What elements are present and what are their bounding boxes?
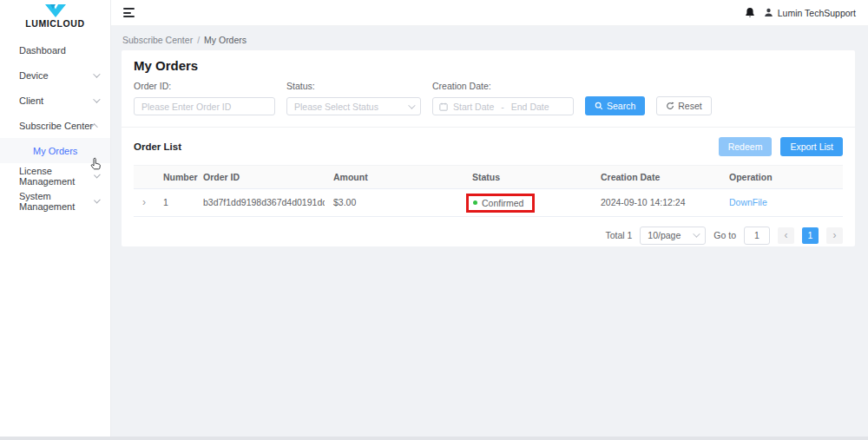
redeem-button[interactable]: Redeem [719,137,773,156]
column-status: Status [464,166,592,189]
page-size-value: 10/page [648,230,681,240]
downfile-link[interactable]: DownFile [729,197,767,207]
sidebar-item-system-management[interactable]: System Management [0,188,110,213]
order-list-title: Order List [134,141,181,152]
export-list-button[interactable]: Export List [780,137,843,156]
column-amount: Amount [325,166,464,189]
cell-status: Confirmed [464,189,592,217]
page-size-select[interactable]: 10/page [640,227,706,245]
reset-button-label: Reset [678,101,701,111]
start-date-placeholder: Start Date [453,102,494,112]
breadcrumb-current: My Orders [204,35,247,45]
order-id-label: Order ID: [134,81,275,91]
search-icon [595,102,603,110]
user-name: Lumin TechSupport [778,8,856,18]
cell-amount: $3.00 [325,189,464,217]
app-window: LUMICLOUD Dashboard Device Client Subscr… [0,0,868,440]
top-header-bar: Lumin TechSupport [111,0,868,26]
chevron-down-icon [93,95,100,102]
sidebar-item-label: Subscribe Center [19,121,93,131]
sidebar-item-label: Dashboard [19,45,66,56]
brand-name: LUMICLOUD [0,18,110,29]
next-page-button[interactable]: › [826,227,843,244]
section-divider [122,127,855,128]
goto-page-input[interactable] [744,227,770,245]
column-creation-date: Creation Date [592,166,720,189]
lumicloud-logo-icon [0,3,111,18]
column-order-id: Order ID [194,166,325,189]
sidebar-item-label: My Orders [33,146,77,156]
sidebar-menu: Dashboard Device Client Subscribe Center… [0,37,110,213]
search-button[interactable]: Search [585,96,645,115]
breadcrumb-parent[interactable]: Subscribe Center [122,35,193,45]
brand-logo: LUMICLOUD [0,0,110,29]
bell-icon[interactable] [745,7,755,18]
orders-table: Number Order ID Amount Status Creation D… [134,165,843,217]
search-button-label: Search [607,101,635,111]
column-number: Number [155,166,194,189]
chevron-down-icon [93,70,100,77]
pagination-total: Total 1 [605,230,632,240]
pagination: Total 1 10/page Go to ‹ 1 › [134,227,843,245]
sidebar-item-label: Device [19,70,49,81]
status-label: Status: [286,81,421,91]
creation-date-label: Creation Date: [432,81,574,91]
mouse-cursor-icon [89,157,102,171]
chevron-down-icon [408,102,415,108]
sidebar-item-device[interactable]: Device [0,62,110,88]
refresh-icon [666,102,674,110]
sidebar-item-label: Client [19,95,43,106]
my-orders-panel: My Orders Order ID: Status: Please Selec… [122,50,855,246]
reset-button[interactable]: Reset [656,96,711,115]
sidebar-item-client[interactable]: Client [0,88,110,113]
page-title: My Orders [134,58,843,73]
user-icon [764,8,773,17]
date-range-separator: - [501,102,504,112]
prev-page-button[interactable]: ‹ [778,227,794,244]
sidebar-item-label: License Management [19,166,94,187]
cell-order-id: b3d7f1dd9198d367d4d0191ddc7c9be [194,189,325,217]
cell-number: 1 [155,189,194,217]
order-id-input[interactable] [134,97,275,115]
status-badge: Confirmed [482,198,523,208]
row-expand-icon[interactable]: › [142,196,146,208]
menu-toggle-icon[interactable] [123,8,135,17]
date-range-picker[interactable]: Start Date - End Date [432,97,574,115]
status-select[interactable]: Please Select Status [286,97,421,115]
breadcrumb: Subscribe Center/My Orders [122,35,247,45]
chevron-down-icon [94,196,101,203]
sidebar: LUMICLOUD Dashboard Device Client Subscr… [0,0,111,440]
status-select-placeholder: Please Select Status [294,102,378,112]
user-account[interactable]: Lumin TechSupport [764,8,856,18]
sidebar-item-subscribe-center[interactable]: Subscribe Center [0,113,110,138]
breadcrumb-separator: / [197,35,200,45]
page-1-button[interactable]: 1 [802,227,819,244]
filter-bar: Order ID: Status: Please Select Status C… [134,81,843,115]
calendar-icon [439,102,448,111]
cell-creation-date: 2024-09-10 14:12:24 [592,189,720,217]
bottom-strip [0,437,868,440]
table-row: › 1 b3d7f1dd9198d367d4d0191ddc7c9be $3.0… [134,189,843,217]
chevron-down-icon [693,230,700,237]
column-operation: Operation [720,166,843,189]
sidebar-item-label: System Management [19,191,94,212]
end-date-placeholder: End Date [511,102,549,112]
red-annotation-box: Confirmed [466,194,535,213]
column-expand [134,166,155,189]
sidebar-item-dashboard[interactable]: Dashboard [0,37,110,62]
chevron-down-icon [94,171,101,178]
table-header-row: Number Order ID Amount Status Creation D… [134,166,843,189]
status-dot-icon [473,200,477,205]
goto-label: Go to [713,230,736,240]
